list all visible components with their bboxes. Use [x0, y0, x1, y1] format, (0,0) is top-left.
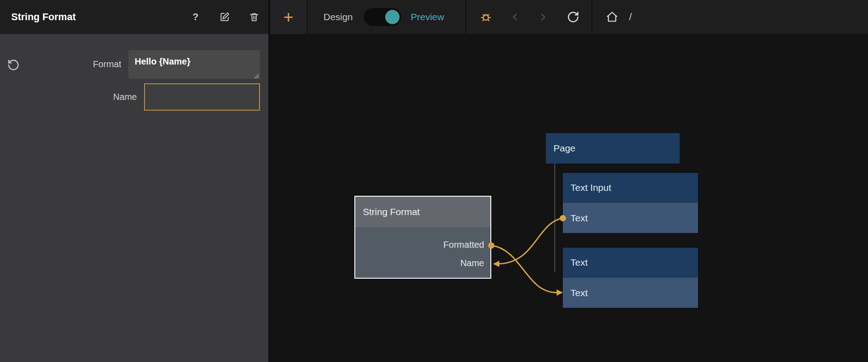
formatted-output-port[interactable]: Formatted	[443, 240, 484, 250]
text-input-node-title: Text Input	[563, 173, 698, 203]
design-mode-label[interactable]: Design	[323, 0, 353, 34]
string-format-node-selected[interactable]: String Format Formatted Name	[354, 196, 491, 279]
name-field-label: Name	[0, 92, 137, 102]
sidebar-header: String Format ?	[0, 0, 268, 34]
text-node[interactable]: Text Text	[563, 248, 698, 308]
add-node-button[interactable]: +	[270, 0, 306, 34]
format-input[interactable]: Hello {Name}	[128, 50, 260, 79]
wire-arrowhead	[557, 289, 563, 296]
node-title-heading: String Format	[11, 0, 76, 34]
edit-icon[interactable]	[217, 10, 232, 24]
refresh-icon[interactable]	[564, 8, 582, 26]
toolbar-divider	[465, 0, 466, 34]
text-node-title: Text	[563, 248, 698, 277]
format-field-label: Format	[0, 59, 121, 69]
plus-icon: +	[283, 8, 293, 27]
text-text-port-label: Text	[563, 278, 698, 308]
toolbar-divider	[591, 0, 592, 34]
string-format-node-header: String Format	[355, 197, 490, 227]
name-input-port[interactable]: Name	[460, 258, 484, 268]
name-input[interactable]	[144, 83, 260, 111]
text-input-text-port[interactable]: Text	[563, 203, 698, 233]
text-text-port[interactable]: Text	[563, 277, 698, 308]
text-input-node-header: Text Input	[563, 173, 698, 203]
textarea-resize-handle[interactable]	[254, 73, 259, 78]
app-window: String Format ? Format H	[0, 0, 868, 362]
connection-wire[interactable]	[498, 218, 563, 264]
toggle-knob	[385, 10, 400, 24]
text-input-node[interactable]: Text Input Text	[563, 173, 698, 233]
navigate-back-icon[interactable]	[506, 8, 524, 26]
top-toolbar: + Design Preview	[270, 0, 868, 34]
navigate-forward-icon[interactable]	[534, 8, 552, 26]
help-icon-glyph: ?	[192, 11, 198, 23]
toolbar-divider	[306, 0, 307, 34]
text-input-text-port-label: Text	[563, 203, 698, 233]
page-node[interactable]: Page	[546, 133, 680, 164]
properties-sidebar: String Format ? Format H	[0, 0, 269, 362]
design-preview-toggle[interactable]	[364, 8, 401, 26]
breadcrumb: /	[629, 0, 632, 34]
text-node-header: Text	[563, 248, 698, 277]
wire-arrowhead	[493, 261, 499, 267]
string-format-node-title: String Format	[355, 197, 490, 227]
help-icon[interactable]: ?	[188, 10, 203, 24]
home-icon[interactable]	[603, 8, 621, 26]
string-format-node-body: Formatted Name	[355, 227, 490, 278]
preview-mode-label[interactable]: Preview	[411, 0, 444, 34]
debug-bug-icon[interactable]	[477, 8, 495, 26]
node-graph-canvas[interactable]: Page Text Input Text Text Text String Fo…	[270, 34, 868, 362]
page-node-title: Page	[546, 133, 680, 164]
trash-icon[interactable]	[247, 10, 261, 24]
connection-wire[interactable]	[491, 246, 557, 293]
